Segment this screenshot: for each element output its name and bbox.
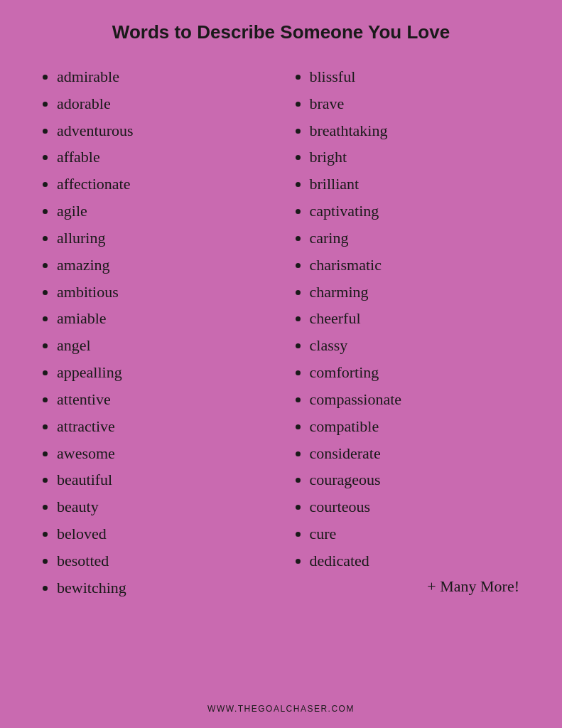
list-item: attractive xyxy=(57,413,274,440)
list-item: cure xyxy=(310,520,527,547)
list-item: brilliant xyxy=(310,171,527,198)
list-item: angel xyxy=(57,332,274,359)
list-item: agile xyxy=(57,198,274,225)
list-item: compassionate xyxy=(310,386,527,413)
list-item: bright xyxy=(310,144,527,171)
list-item: cheerful xyxy=(310,305,527,332)
page-title: Words to Describe Someone You Love xyxy=(36,21,526,43)
more-text: + Many More! xyxy=(288,577,527,596)
list-item: amiable xyxy=(57,305,274,332)
list-item: dedicated xyxy=(310,547,527,574)
list-item: besotted xyxy=(57,547,274,574)
list-item: breathtaking xyxy=(310,117,527,144)
footer-text: WWW.THEGOALCHASER.COM xyxy=(36,704,526,714)
right-word-list: blissfulbravebreathtakingbrightbrilliant… xyxy=(288,63,527,574)
right-column: blissfulbravebreathtakingbrightbrilliant… xyxy=(288,63,527,697)
list-item: caring xyxy=(310,225,527,252)
list-item: compatible xyxy=(310,413,527,440)
list-item: charismatic xyxy=(310,252,527,279)
list-item: affectionate xyxy=(57,171,274,198)
word-columns: admirableadorableadventurousaffableaffec… xyxy=(36,63,526,697)
list-item: comforting xyxy=(310,359,527,386)
list-item: classy xyxy=(310,332,527,359)
list-item: amazing xyxy=(57,252,274,279)
list-item: attentive xyxy=(57,386,274,413)
list-item: considerate xyxy=(310,440,527,467)
list-item: courageous xyxy=(310,466,527,493)
list-item: alluring xyxy=(57,225,274,252)
list-item: adventurous xyxy=(57,117,274,144)
left-column: admirableadorableadventurousaffableaffec… xyxy=(36,63,274,697)
list-item: ambitious xyxy=(57,279,274,306)
list-item: captivating xyxy=(310,198,527,225)
list-item: charming xyxy=(310,279,527,306)
list-item: courteous xyxy=(310,493,527,520)
page-container: Words to Describe Someone You Love admir… xyxy=(0,0,562,728)
list-item: adorable xyxy=(57,90,274,117)
list-item: beautiful xyxy=(57,466,274,493)
list-item: brave xyxy=(310,90,527,117)
list-item: appealling xyxy=(57,359,274,386)
list-item: awesome xyxy=(57,440,274,467)
list-item: bewitching xyxy=(57,574,274,601)
list-item: beloved xyxy=(57,520,274,547)
list-item: admirable xyxy=(57,63,274,90)
list-item: beauty xyxy=(57,493,274,520)
list-item: affable xyxy=(57,144,274,171)
left-word-list: admirableadorableadventurousaffableaffec… xyxy=(36,63,274,601)
list-item: blissful xyxy=(310,63,527,90)
